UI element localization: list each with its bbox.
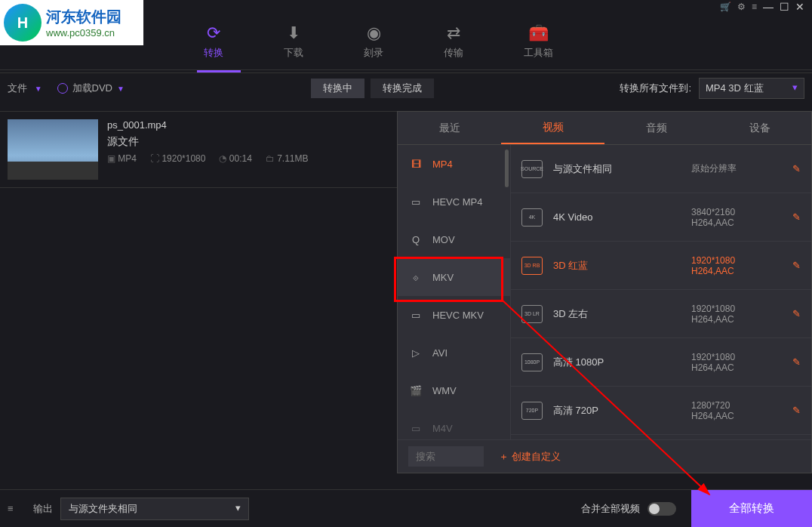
- tab-video[interactable]: 视频: [501, 112, 604, 144]
- preset-1080p[interactable]: 1080P 高清 1080P 1920*1080H264,AAC ✎: [511, 338, 811, 387]
- file-menu[interactable]: 文件 ▼: [8, 82, 42, 95]
- chevron-down-icon: ▼: [117, 85, 125, 93]
- preset-badge-icon: 4K: [521, 208, 543, 227]
- load-dvd-button[interactable]: 加载DVD ▼: [57, 82, 125, 95]
- format-mp4[interactable]: 🎞MP4: [398, 145, 510, 183]
- toolbox-icon: 🧰: [528, 23, 549, 43]
- nav-toolbox-label: 工具箱: [524, 46, 553, 60]
- watermark-overlay: H 河东软件园 www.pc0359.cn: [0, 0, 143, 45]
- preset-720p[interactable]: 720P 高清 720P 1280*720H264,AAC ✎: [511, 387, 811, 435]
- scrollbar-thumb[interactable]: [505, 149, 509, 187]
- video-thumbnail[interactable]: [8, 119, 98, 180]
- nav-transfer-label: 传输: [444, 46, 463, 60]
- convert-all-to-label: 转换所有文件到:: [620, 82, 691, 95]
- nav-download-label: 下载: [284, 46, 303, 60]
- nav-convert-label: 转换: [204, 46, 223, 60]
- hevc-icon: ▭: [408, 310, 423, 321]
- format-mkv[interactable]: ⟐MKV: [398, 258, 510, 296]
- preset-badge-icon: 3D LR: [521, 305, 543, 323]
- quicktime-icon: Q: [408, 234, 423, 245]
- dvd-icon: [57, 83, 68, 94]
- edit-preset-icon[interactable]: ✎: [792, 356, 801, 368]
- output-folder-select[interactable]: 与源文件夹相同 ▾: [60, 498, 249, 520]
- download-icon: ⬇: [287, 23, 300, 43]
- clapperboard-icon: 🎬: [408, 385, 423, 396]
- hevc-icon: ▭: [408, 196, 423, 208]
- watermark-url: www.pc0359.cn: [46, 27, 121, 39]
- output-menu-icon[interactable]: ≡: [8, 503, 26, 514]
- edit-preset-icon[interactable]: ✎: [792, 211, 801, 223]
- settings-sliders-icon[interactable]: ⚙: [737, 2, 746, 12]
- preset-list: SOURCE 与源文件相同 原始分辨率 ✎ 4K 4K Video 3840*2…: [511, 145, 811, 439]
- tab-recent[interactable]: 最近: [398, 112, 501, 144]
- output-format-select[interactable]: MP4 3D 红蓝 ▾: [699, 78, 804, 99]
- content-area: ⧉ □ ps_0001.mp4 源文件 ▣ MP4 ⛶ 1920*1080 ◔ …: [0, 111, 812, 485]
- format-mov[interactable]: QMOV: [398, 220, 510, 258]
- play-icon: ▷: [408, 347, 423, 359]
- nav-transfer[interactable]: ⇄ 传输: [436, 19, 471, 64]
- edit-preset-icon[interactable]: ✎: [792, 405, 801, 416]
- tab-converting[interactable]: 转换中: [311, 79, 364, 98]
- preset-badge-icon: 3D RB: [521, 257, 543, 275]
- nav-burn[interactable]: ◉ 刻录: [356, 19, 391, 64]
- search-input[interactable]: [408, 446, 484, 467]
- bottom-bar: ≡ 输出 与源文件夹相同 ▾ 合并全部视频 全部转换: [0, 489, 812, 527]
- format-avi[interactable]: ▷AVI: [398, 334, 510, 371]
- format-m4v[interactable]: ▭M4V: [398, 409, 510, 439]
- tab-audio[interactable]: 音频: [604, 112, 708, 144]
- burn-icon: ◉: [367, 23, 381, 43]
- cart-icon[interactable]: 🛒: [720, 2, 731, 12]
- nav-burn-label: 刻录: [364, 46, 383, 60]
- nav-convert[interactable]: ⟳ 转换: [196, 19, 231, 64]
- format-icon: ▣: [107, 153, 115, 164]
- watermark-title: 河东软件园: [46, 7, 121, 27]
- file-resolution: 1920*1080: [161, 153, 205, 164]
- format-panel: 最近 视频 音频 设备 🎞MP4 ▭HEVC MP4 QMOV ⟐MKV ▭HE…: [397, 111, 812, 473]
- format-wmv[interactable]: 🎬WMV: [398, 371, 510, 409]
- edit-preset-icon[interactable]: ✎: [792, 163, 801, 174]
- create-custom-button[interactable]: ＋ 创建自定义: [499, 450, 561, 464]
- output-label: 输出: [33, 502, 53, 516]
- watermark-logo: H: [4, 4, 42, 42]
- preset-3d-leftright[interactable]: 3D LR 3D 左右 1920*1080H264,AAC ✎: [511, 290, 811, 338]
- tab-done[interactable]: 转换完成: [371, 79, 434, 98]
- format-list: 🎞MP4 ▭HEVC MP4 QMOV ⟐MKV ▭HEVC MKV ▷AVI …: [398, 145, 511, 439]
- file-format: MP4: [118, 153, 137, 164]
- edit-preset-icon[interactable]: ✎: [792, 260, 801, 271]
- nav-download[interactable]: ⬇ 下载: [276, 19, 311, 64]
- preset-4k[interactable]: 4K 4K Video 3840*2160H264,AAC ✎: [511, 193, 811, 242]
- maximize-button[interactable]: ☐: [780, 1, 789, 13]
- preset-same-as-source[interactable]: SOURCE 与源文件相同 原始分辨率 ✎: [511, 145, 811, 193]
- film-icon: 🎞: [408, 159, 423, 170]
- chevron-down-icon: ▾: [792, 82, 798, 95]
- transfer-icon: ⇄: [447, 23, 460, 43]
- preset-badge-icon: 1080P: [521, 353, 543, 371]
- format-hevc-mkv[interactable]: ▭HEVC MKV: [398, 296, 510, 334]
- menu-icon[interactable]: ≡: [752, 2, 757, 12]
- nav-toolbox[interactable]: 🧰 工具箱: [516, 19, 561, 64]
- toolbar: 文件 ▼ 加载DVD ▼ 转换中 转换完成 转换所有文件到: MP4 3D 红蓝…: [0, 73, 812, 103]
- clock-icon: ◔: [219, 153, 226, 164]
- mkv-icon: ⟐: [408, 272, 423, 283]
- minimize-button[interactable]: —: [763, 1, 774, 13]
- merge-toggle[interactable]: [647, 502, 676, 516]
- close-button[interactable]: ✕: [795, 1, 804, 13]
- folder-icon: 🗀: [266, 153, 275, 164]
- film-icon: ▭: [408, 423, 423, 434]
- file-duration: 00:14: [229, 153, 252, 164]
- convert-icon: ⟳: [207, 23, 220, 43]
- chevron-down-icon: ▾: [235, 502, 241, 516]
- edit-preset-icon[interactable]: ✎: [792, 308, 801, 319]
- tab-device[interactable]: 设备: [708, 112, 811, 144]
- merge-all-label: 合并全部视频: [581, 502, 640, 516]
- convert-all-button[interactable]: 全部转换: [691, 490, 812, 528]
- format-hevc-mp4[interactable]: ▭HEVC MP4: [398, 183, 510, 220]
- file-size: 7.11MB: [277, 153, 308, 164]
- preset-3d-redblue[interactable]: 3D RB 3D 红蓝 1920*1080H264,AAC ✎: [511, 242, 811, 290]
- preset-badge-icon: SOURCE: [521, 160, 543, 178]
- preset-badge-icon: 720P: [521, 402, 543, 420]
- chevron-down-icon: ▼: [35, 85, 42, 93]
- resolution-icon: ⛶: [150, 153, 159, 164]
